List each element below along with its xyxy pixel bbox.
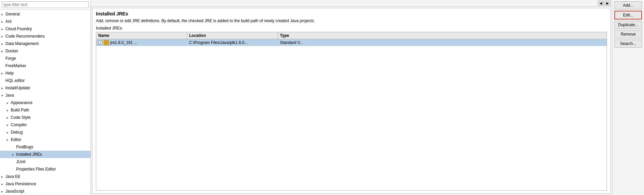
tree-item-properties-files-editor[interactable]: Properties Files Editor: [0, 165, 91, 173]
tree-item-javascript[interactable]: JavaScript: [0, 188, 91, 195]
tree-label-compiler: Compiler: [11, 122, 27, 128]
tree-item-freemarker[interactable]: FreeMarker: [0, 62, 91, 69]
arrow-compiler: [7, 123, 11, 128]
tree-item-java-ee[interactable]: Java EE: [0, 173, 91, 180]
tree-item-install-update[interactable]: Install/Update: [0, 84, 91, 92]
arrow-general: [1, 12, 5, 17]
tree-item-findbugs[interactable]: FindBugs: [0, 143, 91, 151]
tree-label-code-recommenders: Code Recommenders: [5, 33, 45, 39]
tree-label-hql-editor: HQL editor: [5, 78, 25, 84]
row-name-text: jre1.8.0_191 ...: [110, 40, 137, 45]
content-area: Installed JREs Add, remove or edit JRE d…: [92, 8, 611, 194]
tree-label-docker: Docker: [5, 48, 18, 54]
arrow-javascript: [1, 189, 5, 194]
tree-label-java-ee: Java EE: [5, 174, 21, 180]
table-row[interactable]: jre1.8.0_191 ...C:\Program Files\Java\jd…: [96, 39, 607, 46]
tree-label-java-persistence: Java Persistence: [5, 181, 36, 187]
tree-item-data-management[interactable]: Data Management: [0, 40, 91, 47]
tree-item-code-style[interactable]: Code Style: [0, 114, 91, 121]
tree-label-junit: JUnit: [16, 159, 25, 165]
arrow-code-recommenders: [1, 34, 5, 39]
arrow-data-management: [1, 41, 5, 46]
tree-label-help: Help: [5, 70, 14, 76]
arrow-cloud-foundry: [1, 27, 5, 32]
page-description: Add, remove or edit JRE definitions. By …: [96, 18, 607, 23]
tree-item-java[interactable]: Java: [0, 92, 91, 99]
tree-label-installed-jres: Installed JREs: [16, 151, 42, 157]
tree-label-java: Java: [5, 92, 14, 98]
tree-item-help[interactable]: Help: [0, 69, 91, 77]
page-title: Installed JREs: [96, 11, 607, 16]
installed-jres-label: Installed JREs:: [96, 26, 607, 31]
tree-item-appearance[interactable]: Appearance: [0, 99, 91, 106]
tree-item-forge[interactable]: Forge: [0, 55, 91, 62]
tree-label-build-path: Build Path: [11, 107, 29, 113]
tree-label-forge: Forge: [5, 55, 16, 61]
jre-table: Name Location Type jre1.8.0_191 ...C:\Pr…: [96, 32, 607, 191]
right-panel-wrapper: ◀ ▶ Installed JREs Add, remove or edit J…: [91, 0, 644, 195]
tree-area: GeneralAntCloud FoundryCode Recommenders…: [0, 10, 91, 195]
tree-item-debug[interactable]: Debug: [0, 129, 91, 136]
filter-input-wrapper: [0, 0, 91, 10]
row-type-cell: Standard V...: [278, 40, 607, 46]
arrow-java-ee: [1, 174, 5, 179]
tree-item-general[interactable]: General: [0, 10, 91, 18]
tree-item-ant[interactable]: Ant: [0, 18, 91, 25]
arrow-ant: [1, 19, 5, 24]
button-panel: Add... Edit... Duplicate... Remove Searc…: [612, 0, 644, 195]
row-checkbox[interactable]: [98, 41, 102, 45]
row-name-cell: jre1.8.0_191 ...: [96, 39, 187, 46]
tree-label-editor: Editor: [11, 137, 21, 143]
tree-label-code-style: Code Style: [11, 114, 31, 120]
forward-button[interactable]: ▶: [605, 1, 611, 6]
tree-item-hql-editor[interactable]: HQL editor: [0, 77, 91, 84]
back-button[interactable]: ◀: [598, 1, 604, 6]
edit-button[interactable]: Edit...: [614, 11, 642, 19]
arrow-install-update: [1, 86, 5, 91]
arrow-installed-jres: [12, 152, 16, 157]
tree-item-build-path[interactable]: Build Path: [0, 106, 91, 114]
tree-label-javascript: JavaScript: [5, 188, 24, 194]
arrow-appearance: [7, 100, 11, 105]
arrow-help: [1, 71, 5, 76]
col-type-header: Type: [278, 32, 607, 39]
tree-label-debug: Debug: [11, 129, 23, 135]
tree-item-code-recommenders[interactable]: Code Recommenders: [0, 33, 91, 40]
tree-item-junit[interactable]: JUnit: [0, 158, 91, 165]
tree-label-general: General: [5, 11, 20, 17]
search-button[interactable]: Search...: [614, 40, 642, 48]
tree-item-cloud-foundry[interactable]: Cloud Foundry: [0, 25, 91, 33]
tree-item-compiler[interactable]: Compiler: [0, 121, 91, 129]
tree-label-findbugs: FindBugs: [16, 144, 33, 150]
table-body: jre1.8.0_191 ...C:\Program Files\Java\jd…: [96, 39, 607, 190]
tree-label-cloud-foundry: Cloud Foundry: [5, 26, 32, 32]
arrow-editor: [7, 137, 11, 142]
tree-item-installed-jres[interactable]: Installed JREs: [0, 151, 91, 158]
topbar: ◀ ▶: [91, 0, 612, 7]
left-panel: GeneralAntCloud FoundryCode Recommenders…: [0, 0, 91, 195]
jre-icon: [104, 40, 109, 45]
arrow-build-path: [7, 108, 11, 113]
main-content: ◀ ▶ Installed JREs Add, remove or edit J…: [91, 0, 612, 195]
col-location-header: Location: [187, 32, 278, 39]
tree-label-data-management: Data Management: [5, 41, 39, 47]
tree-label-properties-files-editor: Properties Files Editor: [16, 166, 56, 172]
tree-label-install-update: Install/Update: [5, 85, 30, 91]
col-name-header: Name: [96, 32, 187, 39]
table-header: Name Location Type: [96, 32, 607, 39]
arrow-docker: [1, 49, 5, 54]
arrow-java: [1, 93, 5, 98]
tree-label-appearance: Appearance: [11, 100, 33, 106]
tree-label-ant: Ant: [5, 18, 11, 25]
duplicate-button[interactable]: Duplicate...: [614, 21, 642, 29]
add-button[interactable]: Add...: [614, 1, 642, 9]
row-location-cell: C:\Program Files\Java\jdk1.8.0...: [187, 40, 278, 46]
arrow-debug: [7, 130, 11, 135]
tree-item-java-persistence[interactable]: Java Persistence: [0, 180, 91, 188]
filter-input[interactable]: [2, 1, 89, 8]
tree-label-freemarker: FreeMarker: [5, 63, 26, 69]
tree-item-docker[interactable]: Docker: [0, 47, 91, 55]
remove-button[interactable]: Remove: [614, 30, 642, 38]
tree-item-editor[interactable]: Editor: [0, 136, 91, 143]
arrow-code-style: [7, 115, 11, 120]
